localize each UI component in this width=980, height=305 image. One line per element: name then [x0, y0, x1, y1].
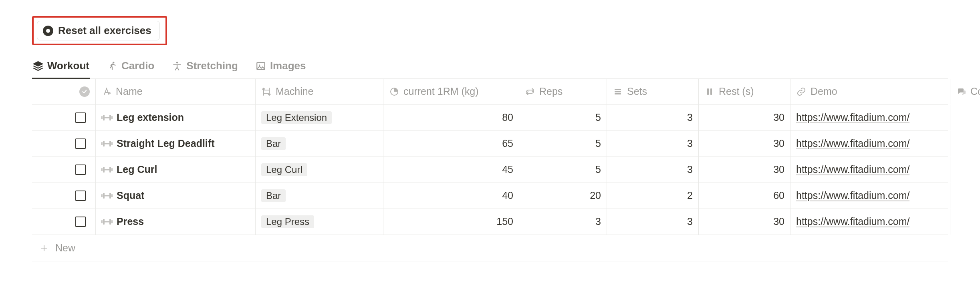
row-demo-link[interactable]: https://www.fitadium.com/	[796, 216, 909, 227]
row-1rm-cell[interactable]: 80	[383, 105, 519, 130]
svg-point-3	[259, 64, 260, 66]
dumbbell-icon	[101, 112, 113, 123]
row-demo-cell[interactable]: https://www.fitadium.com/	[790, 157, 950, 183]
svg-rect-26	[103, 193, 105, 199]
new-row-label: New	[55, 242, 75, 254]
svg-rect-17	[105, 143, 109, 144]
row-sets-cell[interactable]: 2	[607, 183, 699, 209]
tab-images[interactable]: Images	[255, 56, 307, 79]
row-rest-cell[interactable]: 30	[699, 209, 790, 235]
svg-point-1	[176, 62, 178, 63]
row-machine-cell[interactable]: Leg Extension	[256, 105, 383, 130]
checkbox[interactable]	[75, 112, 86, 123]
row-comments-cell[interactable]	[950, 209, 980, 235]
column-header-1rm[interactable]: current 1RM (kg)	[383, 79, 519, 104]
row-rest-cell[interactable]: 30	[699, 131, 790, 157]
table-row[interactable]: Squat Bar 40 20 2 60 https://www.fitadiu…	[32, 183, 948, 209]
column-label: Machine	[276, 86, 314, 97]
row-1rm: 40	[502, 190, 513, 201]
row-demo-link[interactable]: https://www.fitadium.com/	[796, 112, 909, 123]
row-reps: 20	[590, 190, 601, 201]
row-demo-cell[interactable]: https://www.fitadium.com/	[790, 105, 950, 130]
row-checkbox-cell[interactable]	[32, 131, 96, 157]
row-reps-cell[interactable]: 5	[519, 157, 607, 183]
running-icon	[107, 61, 117, 71]
row-name-cell[interactable]: Press	[96, 209, 256, 235]
tab-label: Cardio	[121, 60, 154, 72]
row-reps-cell[interactable]: 5	[519, 105, 607, 130]
row-rest-cell[interactable]: 60	[699, 183, 790, 209]
row-machine-cell[interactable]: Leg Press	[256, 209, 383, 235]
row-reps-cell[interactable]: 3	[519, 209, 607, 235]
column-header-reps[interactable]: Reps	[519, 79, 607, 104]
row-machine-cell[interactable]: Bar	[256, 183, 383, 209]
row-name-cell[interactable]: Straight Leg Deadlift	[96, 131, 256, 157]
column-header-machine[interactable]: Machine	[256, 79, 383, 104]
column-label: Name	[116, 86, 143, 97]
table-row[interactable]: Leg extension Leg Extension 80 5 3 30 ht…	[32, 105, 948, 131]
svg-rect-27	[105, 195, 109, 196]
tab-workout[interactable]: Workout	[32, 56, 90, 79]
row-name-cell[interactable]: Leg Curl	[96, 157, 256, 183]
row-demo-cell[interactable]: https://www.fitadium.com/	[790, 183, 950, 209]
checkbox[interactable]	[75, 165, 86, 175]
stack-icon	[613, 86, 623, 97]
reset-all-exercises-button[interactable]: Reset all exercises	[37, 21, 160, 40]
row-machine-cell[interactable]: Leg Curl	[256, 157, 383, 183]
svg-rect-20	[101, 168, 103, 171]
svg-point-0	[113, 62, 114, 63]
row-comments-cell[interactable]	[950, 131, 980, 157]
new-row-button[interactable]: ＋ New	[32, 235, 948, 261]
row-comments-cell[interactable]	[950, 183, 980, 209]
row-name-cell[interactable]: Leg extension	[96, 105, 256, 130]
table-row[interactable]: Press Leg Press 150 3 3 30 https://www.f…	[32, 209, 948, 235]
row-rest: 30	[773, 112, 784, 123]
row-checkbox-cell[interactable]	[32, 157, 96, 183]
row-demo-link[interactable]: https://www.fitadium.com/	[796, 164, 909, 175]
column-header-comments[interactable]: Comments	[950, 79, 980, 104]
row-checkbox-cell[interactable]	[32, 105, 96, 130]
column-header-sets[interactable]: Sets	[607, 79, 699, 104]
row-demo-cell[interactable]: https://www.fitadium.com/	[790, 209, 950, 235]
row-machine-cell[interactable]: Bar	[256, 131, 383, 157]
column-header-demo[interactable]: Demo	[790, 79, 950, 104]
row-reps: 3	[595, 216, 601, 227]
row-rest-cell[interactable]: 30	[699, 157, 790, 183]
row-reps-cell[interactable]: 5	[519, 131, 607, 157]
checkbox[interactable]	[75, 138, 86, 149]
tab-cardio[interactable]: Cardio	[106, 56, 155, 79]
row-1rm-cell[interactable]: 150	[383, 209, 519, 235]
checkbox[interactable]	[75, 191, 86, 201]
row-checkbox-cell[interactable]	[32, 183, 96, 209]
row-demo-cell[interactable]: https://www.fitadium.com/	[790, 131, 950, 157]
tab-stretching[interactable]: Stretching	[171, 56, 239, 79]
dumbbell-icon	[101, 164, 113, 175]
row-demo-link[interactable]: https://www.fitadium.com/	[796, 190, 909, 201]
row-comments-cell[interactable]	[950, 105, 980, 130]
row-reps-cell[interactable]: 20	[519, 183, 607, 209]
column-header-checkbox[interactable]	[32, 79, 96, 104]
column-header-name[interactable]: Name	[96, 79, 256, 104]
table-row[interactable]: Leg Curl Leg Curl 45 5 3 30 https://www.…	[32, 157, 948, 183]
machine-tag: Bar	[261, 137, 286, 150]
row-1rm-cell[interactable]: 40	[383, 183, 519, 209]
row-sets-cell[interactable]: 3	[607, 105, 699, 130]
table-row[interactable]: Straight Leg Deadlift Bar 65 5 3 30 http…	[32, 131, 948, 157]
row-demo-link[interactable]: https://www.fitadium.com/	[796, 138, 909, 149]
svg-rect-14	[111, 116, 113, 119]
row-rest-cell[interactable]: 30	[699, 105, 790, 130]
column-header-rest[interactable]: Rest (s)	[699, 79, 790, 104]
row-sets-cell[interactable]: 3	[607, 157, 699, 183]
row-name-cell[interactable]: Squat	[96, 183, 256, 209]
checkbox[interactable]	[75, 217, 86, 227]
row-1rm-cell[interactable]: 45	[383, 157, 519, 183]
row-comments-cell[interactable]	[950, 157, 980, 183]
row-1rm-cell[interactable]: 65	[383, 131, 519, 157]
row-checkbox-cell[interactable]	[32, 209, 96, 235]
svg-rect-25	[101, 194, 103, 197]
table-header-row: Name Machine current 1RM (kg) Reps	[32, 79, 948, 105]
row-sets-cell[interactable]: 3	[607, 209, 699, 235]
row-sets-cell[interactable]: 3	[607, 131, 699, 157]
text-icon	[101, 86, 112, 97]
checkmark-circle-icon	[79, 86, 90, 97]
